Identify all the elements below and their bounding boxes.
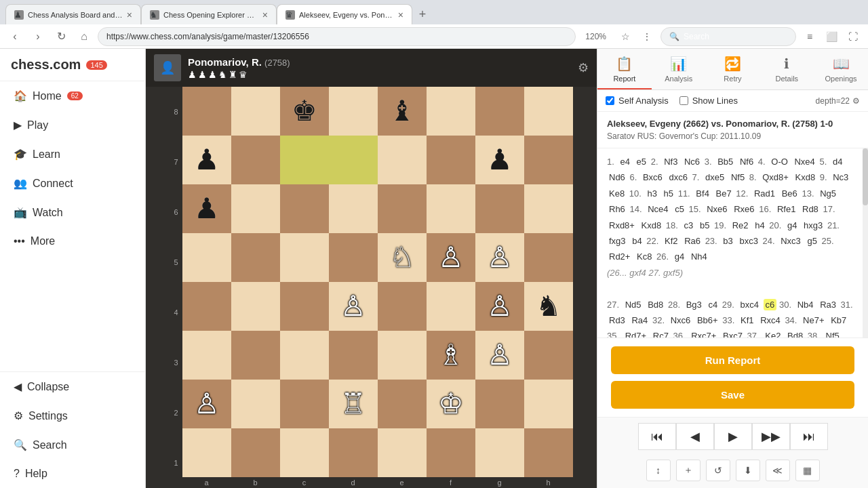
square-f8[interactable] xyxy=(427,87,475,136)
tab-openings[interactable]: 📖 Openings xyxy=(814,49,868,89)
move-26w[interactable]: g4 xyxy=(673,251,686,262)
square-g6[interactable] xyxy=(475,184,524,233)
move-21b[interactable]: b4 xyxy=(630,235,644,247)
move-30w[interactable]: Nb4 xyxy=(795,299,816,310)
square-d6[interactable] xyxy=(329,184,378,233)
board-settings-button[interactable]: ⚙ xyxy=(578,60,589,75)
square-d5[interactable] xyxy=(329,233,378,282)
square-d4[interactable]: ♙ xyxy=(329,282,378,331)
refresh-button[interactable]: ↻ xyxy=(52,27,71,46)
tab-close-3[interactable]: × xyxy=(398,9,403,20)
first-move-button[interactable]: ⏮ xyxy=(638,423,676,450)
move-16b[interactable]: Rd8 xyxy=(800,203,821,215)
square-d7[interactable] xyxy=(329,136,378,184)
move-28b[interactable]: c4 xyxy=(706,299,719,310)
square-h4[interactable]: ♞ xyxy=(524,282,573,331)
square-f3[interactable]: ♗ xyxy=(427,331,475,380)
tab-report[interactable]: 📋 Report xyxy=(597,49,652,89)
chess-board[interactable]: ♚♝♟♟♟♘♙♙♙♙♞♗♙♙♖♔ xyxy=(182,87,573,477)
move-20w[interactable]: g4 xyxy=(785,220,799,231)
square-g7[interactable]: ♟ xyxy=(475,136,524,184)
square-f2[interactable]: ♔ xyxy=(427,380,475,428)
square-f5[interactable]: ♙ xyxy=(427,233,475,282)
square-h1[interactable] xyxy=(524,428,573,477)
save-button[interactable]: Save xyxy=(611,381,854,409)
square-g2[interactable] xyxy=(475,380,524,428)
sidebar-item-learn[interactable]: 🎓 Learn xyxy=(0,140,145,169)
scrollbar-thumb[interactable] xyxy=(863,148,868,205)
square-d3[interactable] xyxy=(329,331,378,380)
flip-board-button[interactable]: ↕ xyxy=(646,460,671,481)
sidebar-item-home[interactable]: 🏠 Home 62 xyxy=(0,81,145,110)
move-6w[interactable]: Bxc6 xyxy=(641,171,665,183)
square-e4[interactable] xyxy=(378,282,427,331)
home-button[interactable]: ⌂ xyxy=(75,27,94,46)
move-14w[interactable]: Nce4 xyxy=(646,203,670,215)
square-d8[interactable] xyxy=(329,87,378,136)
move-29b[interactable]: c6 xyxy=(764,299,777,310)
move-10w[interactable]: h3 xyxy=(645,188,658,199)
square-b4[interactable] xyxy=(231,282,280,331)
move-9b[interactable]: Ke8 xyxy=(607,188,627,199)
screenshot-button[interactable]: ⬜ xyxy=(822,27,841,46)
square-b5[interactable] xyxy=(231,233,280,282)
move-8w[interactable]: Qxd8+ xyxy=(760,171,791,183)
move-22b[interactable]: Ra6 xyxy=(682,235,703,247)
move-15w[interactable]: Nxe6 xyxy=(705,203,729,215)
move-33b[interactable]: Rxc4 xyxy=(758,314,783,326)
move-35w[interactable]: Rd7+ xyxy=(623,330,648,338)
self-analysis-label[interactable]: Self Analysis xyxy=(606,96,669,106)
move-2w[interactable]: Nf3 xyxy=(662,156,679,167)
square-h2[interactable] xyxy=(524,380,573,428)
show-lines-checkbox[interactable] xyxy=(679,96,688,105)
address-bar[interactable] xyxy=(98,27,576,46)
square-c5[interactable] xyxy=(280,233,329,282)
move-13w[interactable]: Ng5 xyxy=(818,188,838,199)
move-30b[interactable]: Ra3 xyxy=(818,299,838,310)
bookmark-button[interactable]: ☆ xyxy=(616,27,635,46)
move-20b[interactable]: hxg3 xyxy=(802,220,825,231)
move-34b[interactable]: Kb7 xyxy=(829,314,848,326)
tab-retry[interactable]: 🔁 Retry xyxy=(706,49,760,89)
move-1w[interactable]: e4 xyxy=(618,156,631,167)
square-f1[interactable] xyxy=(427,428,475,477)
square-b3[interactable] xyxy=(231,331,280,380)
move-3b[interactable]: Nf6 xyxy=(738,156,755,167)
add-button[interactable]: ＋ xyxy=(676,460,701,481)
share-button[interactable]: ≪ xyxy=(766,460,790,481)
forward-button[interactable]: › xyxy=(28,27,47,46)
browser-search-box[interactable]: 🔍 Search xyxy=(660,27,796,46)
square-a1[interactable] xyxy=(182,428,231,477)
move-24w[interactable]: Nxc3 xyxy=(778,235,803,247)
fullscreen-button[interactable]: ⛶ xyxy=(844,27,863,46)
square-e1[interactable] xyxy=(378,428,427,477)
move-31w[interactable]: Rd3 xyxy=(607,314,627,326)
move-4b[interactable]: Nxe4 xyxy=(792,156,816,167)
settings-icon[interactable]: ⚙ xyxy=(852,96,860,106)
sidebar-item-search[interactable]: 🔍 Search xyxy=(0,430,145,460)
square-c4[interactable] xyxy=(280,282,329,331)
move-1b[interactable]: e5 xyxy=(635,156,648,167)
square-e7[interactable] xyxy=(378,136,427,184)
square-h6[interactable] xyxy=(524,184,573,233)
sidebar-item-watch[interactable]: 📺 Watch xyxy=(0,198,145,227)
move-36b[interactable]: Bxc7 xyxy=(721,330,745,338)
square-h5[interactable] xyxy=(524,233,573,282)
square-c7[interactable] xyxy=(280,136,329,184)
square-f4[interactable] xyxy=(427,282,475,331)
download-button[interactable]: ⬇ xyxy=(736,460,760,481)
square-h8[interactable] xyxy=(524,87,573,136)
play-button[interactable]: ▶ xyxy=(714,423,752,450)
move-28w[interactable]: Bg3 xyxy=(684,299,704,310)
sidebar-item-help[interactable]: ? Help xyxy=(0,460,145,488)
next-move-button[interactable]: ▶▶ xyxy=(752,423,790,450)
move-37b[interactable]: Bd8 xyxy=(785,330,805,338)
sidebar-item-play[interactable]: ▶ Play xyxy=(0,110,145,140)
sidebar-item-more[interactable]: ••• More xyxy=(0,227,145,256)
move-11w[interactable]: Bf4 xyxy=(694,188,711,199)
sidebar-item-connect[interactable]: 👥 Connect xyxy=(0,169,145,198)
show-lines-label[interactable]: Show Lines xyxy=(679,96,738,106)
square-c2[interactable] xyxy=(280,380,329,428)
move-13b[interactable]: Rh6 xyxy=(607,203,627,215)
rotate-button[interactable]: ↺ xyxy=(706,460,730,481)
